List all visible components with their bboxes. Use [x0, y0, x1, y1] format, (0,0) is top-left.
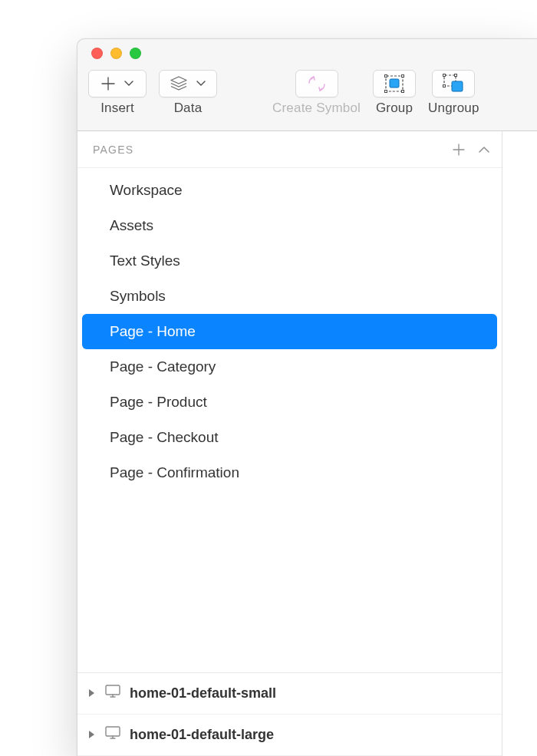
create-symbol-icon [308, 75, 326, 92]
svg-rect-8 [455, 74, 457, 77]
window-minimize-button[interactable] [110, 48, 122, 59]
group-icon [384, 74, 404, 93]
artboard-row[interactable]: home-01-default-large [77, 715, 502, 756]
toolbar-item-group: Group [373, 70, 416, 116]
create-symbol-label: Create Symbol [272, 101, 361, 116]
page-item-label: Workspace [110, 182, 183, 199]
layers-icon [170, 76, 187, 91]
artboard-label: home-01-default-large [130, 727, 274, 743]
app-window: Insert Data [77, 38, 537, 756]
svg-rect-11 [106, 685, 120, 695]
chevron-down-icon [196, 81, 206, 87]
group-label: Group [376, 101, 413, 116]
artboard-icon [104, 725, 122, 745]
window-zoom-button[interactable] [130, 48, 141, 59]
svg-rect-2 [402, 75, 404, 78]
insert-label: Insert [100, 101, 134, 116]
ungroup-label: Ungroup [428, 101, 479, 116]
toolbar-item-ungroup: Ungroup [428, 70, 479, 116]
layers-panel: home-01-default-small home-01-default-la… [77, 672, 502, 756]
chevron-down-icon [124, 81, 133, 87]
page-item-home[interactable]: Page - Home [82, 314, 497, 349]
toolbar-item-insert: Insert [88, 70, 147, 116]
page-item-label: Page - Category [110, 358, 216, 375]
page-item-checkout[interactable]: Page - Checkout [82, 420, 497, 455]
window-titlebar [77, 39, 537, 67]
disclosure-triangle-icon[interactable] [88, 685, 96, 702]
artboard-label: home-01-default-small [130, 685, 276, 702]
plus-icon [101, 77, 115, 91]
page-item-label: Page - Confirmation [110, 464, 239, 481]
collapse-pages-button[interactable] [479, 146, 489, 153]
insert-button[interactable] [88, 70, 147, 97]
page-item-label: Symbols [110, 288, 166, 305]
page-item-product[interactable]: Page - Product [82, 385, 497, 420]
disclosure-triangle-icon[interactable] [88, 727, 96, 743]
page-item-assets[interactable]: Assets [82, 208, 497, 243]
svg-rect-7 [443, 74, 446, 77]
ungroup-button[interactable] [432, 70, 475, 97]
data-label: Data [174, 101, 203, 116]
main-area: PAGES Workspace Assets Text Styles Symbo… [77, 131, 537, 756]
pages-panel-header: PAGES [77, 131, 502, 168]
left-sidebar: PAGES Workspace Assets Text Styles Symbo… [77, 131, 502, 756]
page-item-category[interactable]: Page - Category [82, 349, 497, 385]
main-toolbar: Insert Data [77, 67, 537, 131]
artboard-icon [104, 683, 122, 704]
svg-rect-1 [385, 75, 387, 78]
page-item-label: Page - Home [110, 323, 196, 340]
pages-heading: PAGES [93, 144, 133, 156]
svg-rect-4 [402, 91, 404, 93]
page-item-label: Text Styles [110, 253, 180, 269]
pages-list: Workspace Assets Text Styles Symbols Pag… [77, 168, 502, 490]
page-item-text-styles[interactable]: Text Styles [82, 243, 497, 279]
toolbar-item-data: Data [159, 70, 217, 116]
svg-rect-12 [106, 727, 120, 736]
add-page-button[interactable] [453, 144, 465, 156]
page-item-workspace[interactable]: Workspace [82, 173, 497, 208]
toolbar-item-create-symbol: Create Symbol [272, 70, 361, 116]
window-close-button[interactable] [91, 48, 103, 59]
canvas-area[interactable] [502, 131, 537, 756]
group-button[interactable] [373, 70, 416, 97]
page-item-confirmation[interactable]: Page - Confirmation [82, 455, 497, 490]
svg-rect-5 [390, 79, 399, 87]
page-item-label: Page - Product [110, 394, 207, 411]
svg-rect-9 [443, 85, 446, 87]
data-button[interactable] [159, 70, 217, 97]
create-symbol-button[interactable] [295, 70, 338, 97]
page-item-label: Assets [110, 217, 153, 234]
svg-rect-3 [385, 91, 387, 93]
page-item-symbols[interactable]: Symbols [82, 279, 497, 314]
ungroup-icon [443, 74, 464, 94]
artboard-row[interactable]: home-01-default-small [77, 673, 502, 715]
page-item-label: Page - Checkout [110, 429, 219, 446]
svg-rect-10 [452, 81, 463, 91]
